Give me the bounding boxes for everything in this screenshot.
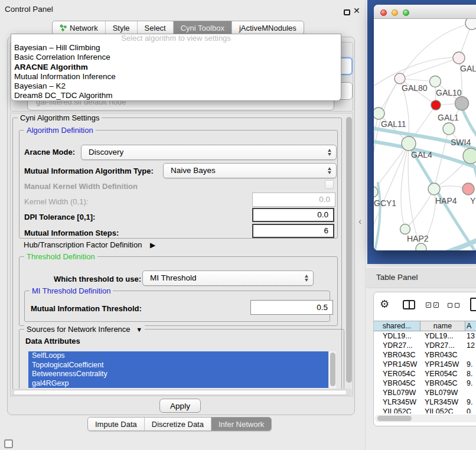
network-node[interactable] bbox=[402, 136, 416, 151]
attribute-item[interactable]: TopologicalCoefficient bbox=[28, 361, 328, 370]
tab-select[interactable]: Select bbox=[137, 21, 173, 34]
float-panel-icon[interactable] bbox=[344, 9, 350, 15]
unchecked-box-icon bbox=[455, 303, 459, 308]
algorithm-definition-group: Algorithm Definition Aracne Mode: Discov… bbox=[19, 130, 338, 239]
minimize-window-icon[interactable] bbox=[392, 9, 398, 16]
table-row[interactable]: YIL052CYIL052C0. bbox=[374, 407, 476, 413]
attribute-item[interactable]: BetweennessCentrality bbox=[28, 370, 328, 379]
tab-network[interactable]: Network bbox=[53, 21, 105, 34]
network-node[interactable] bbox=[455, 97, 469, 110]
table-cell: YDL19... bbox=[374, 331, 420, 341]
table-row[interactable]: YER054CYER054C8. bbox=[374, 369, 476, 379]
column-header-name[interactable]: name bbox=[420, 321, 465, 331]
kernel-width-field[interactable]: 0.0 bbox=[252, 193, 335, 207]
mi-threshold-group: MI Threshold Definition Mutual Informati… bbox=[24, 291, 330, 322]
attribute-item[interactable]: gal4RGexp bbox=[28, 379, 328, 389]
algorithm-option-6[interactable]: Dream8 DC_TDC Algorithm bbox=[11, 91, 341, 100]
control-panel: Control Panel ✕ Network Style Se bbox=[0, 0, 366, 450]
tab-discretize-data[interactable]: Discretize Data bbox=[144, 418, 211, 431]
which-threshold-combo[interactable]: MI Threshold bbox=[142, 270, 314, 286]
collapse-arrow-icon[interactable]: ▼ bbox=[136, 326, 142, 333]
node-label: HAP2 bbox=[407, 234, 429, 243]
aracne-mode-combo[interactable]: Discovery bbox=[81, 145, 337, 160]
network-node[interactable] bbox=[463, 148, 476, 164]
zoom-window-icon[interactable] bbox=[403, 9, 409, 16]
network-edge bbox=[374, 113, 379, 192]
columns-icon[interactable] bbox=[403, 300, 415, 309]
algorithm-option-1[interactable]: Bayesian – Hill Climbing bbox=[11, 43, 341, 53]
table-cell: YIL052C bbox=[374, 407, 420, 413]
mi-threshold-field[interactable]: 0.5 bbox=[250, 300, 333, 315]
attributes-scrollbar[interactable] bbox=[328, 351, 336, 389]
tab-jactivemnodules[interactable]: jActiveMNodules bbox=[232, 21, 304, 34]
panel-splitter-grip[interactable]: ‹ bbox=[358, 216, 361, 227]
cyni-algorithm-settings-title: Cyni Algorithm Settings bbox=[18, 113, 102, 122]
network-node[interactable] bbox=[443, 123, 455, 135]
column-header-partial[interactable]: A bbox=[465, 321, 476, 331]
network-node[interactable] bbox=[465, 19, 476, 30]
tab-infer-network[interactable]: Infer Network bbox=[211, 418, 271, 431]
combo-stepper-icon bbox=[305, 275, 308, 282]
table-row[interactable]: YLR345WYLR345W9. bbox=[374, 397, 476, 407]
table-cell: YDR27... bbox=[420, 341, 465, 350]
close-window-icon[interactable] bbox=[380, 9, 387, 16]
table-cell: YER054C bbox=[374, 369, 420, 379]
mi-type-combo[interactable]: Naive Bayes bbox=[163, 163, 337, 178]
manual-kernel-checkbox[interactable] bbox=[325, 180, 334, 189]
network-node[interactable] bbox=[374, 187, 378, 197]
table-row[interactable]: YBR045CYBR045C9. bbox=[374, 379, 476, 388]
attribute-item[interactable]: SelfLoops bbox=[28, 351, 328, 361]
hub-definition-toggle[interactable]: Hub/Transcription Factor Definition ▶ bbox=[24, 240, 155, 249]
algorithm-option-2[interactable]: Basic Correlation Inference bbox=[11, 53, 341, 62]
settings-horizontal-scrollbar[interactable] bbox=[11, 389, 353, 396]
network-node[interactable] bbox=[453, 52, 465, 64]
table-cell: YPR145W bbox=[374, 360, 420, 369]
node-label: GAL4 bbox=[411, 150, 432, 159]
algorithm-option-4[interactable]: Mutual Information Inference bbox=[11, 72, 341, 81]
column-header-shared-name[interactable]: shared... bbox=[374, 321, 420, 331]
expand-arrow-icon[interactable]: ▶ bbox=[150, 241, 155, 249]
tab-cyni-toolbox[interactable]: Cyni Toolbox bbox=[173, 21, 232, 34]
gear-icon[interactable]: ⚙ bbox=[380, 298, 389, 310]
close-panel-icon[interactable]: ✕ bbox=[353, 6, 360, 15]
dpi-tolerance-field[interactable]: 0.0 bbox=[252, 208, 334, 222]
table-row[interactable]: YDL19...YDL19...13 bbox=[374, 331, 476, 341]
tab-impute-data[interactable]: Impute Data bbox=[88, 418, 144, 431]
table-cell: YLR345W bbox=[420, 397, 465, 407]
table-row[interactable]: YBR043CYBR043C bbox=[374, 350, 476, 360]
network-node[interactable] bbox=[431, 100, 441, 110]
algorithm-option-5[interactable]: Bayesian – K2 bbox=[11, 81, 341, 91]
table-cell: YPR145W bbox=[420, 360, 465, 369]
algorithm-dropdown-list: Bayesian – Hill ClimbingBasic Correlatio… bbox=[11, 43, 341, 101]
attributes-scrollbar-thumb[interactable] bbox=[330, 353, 335, 386]
network-node[interactable] bbox=[428, 183, 440, 195]
select-all-columns-icon[interactable]: ✓ ✓ bbox=[426, 302, 439, 308]
table-row[interactable]: YPR145WYPR145W9. bbox=[374, 360, 476, 369]
table-horizontal-scrollbar[interactable] bbox=[375, 415, 476, 422]
network-node[interactable] bbox=[416, 243, 426, 250]
table-cell: YBR043C bbox=[374, 350, 420, 360]
apply-button[interactable]: Apply bbox=[159, 399, 201, 413]
network-node[interactable] bbox=[400, 224, 410, 234]
sources-title: Sources for Network Inference ▼ bbox=[24, 325, 145, 334]
function-builder-icon[interactable] bbox=[470, 298, 476, 311]
network-node[interactable] bbox=[430, 76, 441, 87]
network-canvas[interactable]: GALGAL80GAL10GAL1GAL11SWI4GAL4GCY1HAP4YH… bbox=[374, 19, 476, 250]
network-node[interactable] bbox=[462, 183, 474, 195]
data-attributes-list[interactable]: SelfLoopsTopologicalCoefficientBetweenne… bbox=[28, 351, 336, 389]
algorithm-option-3[interactable]: ARACNE Algorithm bbox=[11, 63, 341, 72]
table-row[interactable]: YDR27...YDR27...12 bbox=[374, 341, 476, 350]
table-horizontal-scrollbar-thumb[interactable] bbox=[377, 416, 412, 421]
table-cell: YDR27... bbox=[374, 341, 420, 350]
tab-style[interactable]: Style bbox=[105, 21, 137, 34]
network-node[interactable] bbox=[395, 73, 405, 84]
mi-steps-field[interactable]: 6 bbox=[252, 224, 334, 238]
table-row[interactable]: YBL079WYBL079W bbox=[374, 388, 476, 397]
network-node[interactable] bbox=[374, 107, 384, 119]
settings-horizontal-scrollbar-thumb[interactable] bbox=[13, 390, 347, 395]
deselect-all-columns-icon[interactable] bbox=[448, 303, 459, 308]
which-threshold-label: Which threshold to use: bbox=[54, 275, 141, 283]
settings-vertical-scrollbar-thumb[interactable] bbox=[346, 117, 352, 383]
restore-panel-icon[interactable] bbox=[4, 439, 13, 448]
settings-vertical-scrollbar[interactable] bbox=[345, 115, 353, 387]
